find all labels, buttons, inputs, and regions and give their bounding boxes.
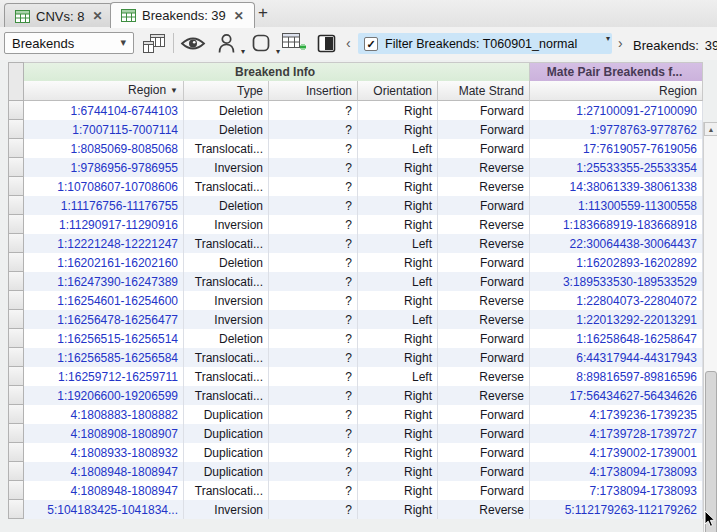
table-cell[interactable]: ? bbox=[269, 272, 358, 291]
region-cell[interactable]: 1:16254601-16254600 bbox=[24, 291, 184, 310]
vertical-scrollbar-thumb[interactable] bbox=[705, 371, 717, 532]
row-header[interactable] bbox=[8, 291, 24, 310]
table-cell[interactable]: Right bbox=[358, 500, 438, 519]
table-cell[interactable]: Reverse bbox=[438, 234, 530, 253]
table-cell[interactable]: Translocati... bbox=[184, 386, 269, 405]
table-row[interactable]: 4:1808948-1808947Translocati...?RightFor… bbox=[8, 481, 703, 500]
column-header-insertion[interactable]: Insertion bbox=[269, 81, 358, 101]
split-panel-button[interactable] bbox=[312, 30, 340, 56]
shape-style-button[interactable]: ▾ bbox=[246, 30, 276, 56]
region-cell[interactable]: 1:11290917-11290916 bbox=[24, 215, 184, 234]
table-row[interactable]: 4:1808908-1808907Duplication?RightForwar… bbox=[8, 424, 703, 443]
table-cell[interactable]: Reverse bbox=[438, 367, 530, 386]
table-cell[interactable]: Forward bbox=[438, 272, 530, 291]
table-cell[interactable]: Right bbox=[358, 481, 438, 500]
row-header[interactable] bbox=[8, 253, 24, 272]
table-cell[interactable]: ? bbox=[269, 158, 358, 177]
row-header[interactable] bbox=[8, 310, 24, 329]
table-row[interactable]: 1:8085069-8085068Translocati...?LeftForw… bbox=[8, 139, 703, 158]
region-cell[interactable]: 4:1808948-1808947 bbox=[24, 462, 184, 481]
table-cell[interactable]: ? bbox=[269, 462, 358, 481]
region-cell[interactable]: 6:44317944-44317943 bbox=[530, 348, 703, 367]
table-cell[interactable]: ? bbox=[269, 367, 358, 386]
row-header[interactable] bbox=[8, 367, 24, 386]
region-cell[interactable]: 1:27100091-27100090 bbox=[530, 101, 703, 120]
region-cell[interactable]: 4:1739236-1739235 bbox=[530, 405, 703, 424]
table-cell[interactable]: ? bbox=[269, 329, 358, 348]
table-cell[interactable]: ? bbox=[269, 196, 358, 215]
table-cell[interactable]: Duplication bbox=[184, 462, 269, 481]
table-cell[interactable]: Forward bbox=[438, 424, 530, 443]
column-header-orientation[interactable]: Orientation bbox=[358, 81, 438, 101]
region-cell[interactable]: 1:10708607-10708606 bbox=[24, 177, 184, 196]
row-header[interactable] bbox=[8, 177, 24, 196]
region-cell[interactable]: 1:25533355-25533354 bbox=[530, 158, 703, 177]
region-cell[interactable]: 1:16256515-16256514 bbox=[24, 329, 184, 348]
table-cell[interactable]: Reverse bbox=[438, 158, 530, 177]
table-row[interactable]: 1:11176756-11176755Deletion?RightForward… bbox=[8, 196, 703, 215]
table-row[interactable]: 1:16256585-16256584Translocati...?RightF… bbox=[8, 348, 703, 367]
row-header[interactable] bbox=[8, 101, 24, 120]
filter-checkbox[interactable]: ✓ bbox=[364, 37, 378, 51]
table-row[interactable]: 1:16259712-16259711Translocati...?LeftRe… bbox=[8, 367, 703, 386]
table-cell[interactable]: Forward bbox=[438, 196, 530, 215]
table-row[interactable]: 4:1808883-1808882Duplication?RightForwar… bbox=[8, 405, 703, 424]
region-cell[interactable]: 4:1808948-1808947 bbox=[24, 481, 184, 500]
table-cell[interactable]: Forward bbox=[438, 462, 530, 481]
row-header[interactable] bbox=[8, 348, 24, 367]
table-cell[interactable]: Right bbox=[358, 386, 438, 405]
table-cell[interactable]: ? bbox=[269, 310, 358, 329]
table-cell[interactable]: ? bbox=[269, 291, 358, 310]
table-cell[interactable]: Inversion bbox=[184, 291, 269, 310]
region-cell[interactable]: 1:16256478-16256477 bbox=[24, 310, 184, 329]
table-cell[interactable]: Right bbox=[358, 291, 438, 310]
table-cell[interactable]: Inversion bbox=[184, 215, 269, 234]
table-cell[interactable]: Forward bbox=[438, 101, 530, 120]
table-cell[interactable]: Right bbox=[358, 329, 438, 348]
table-cell[interactable]: Reverse bbox=[438, 500, 530, 519]
tab-cnvs[interactable]: CNVs: 8 ✕ bbox=[4, 3, 113, 28]
region-cell[interactable]: 17:56434627-56434626 bbox=[530, 386, 703, 405]
table-cell[interactable]: Right bbox=[358, 443, 438, 462]
table-row[interactable]: 1:16202161-16202160Deletion?RightForward… bbox=[8, 253, 703, 272]
region-cell[interactable]: 4:1739002-1739001 bbox=[530, 443, 703, 462]
table-cell[interactable]: Inversion bbox=[184, 310, 269, 329]
region-cell[interactable]: 7:1738094-1738093 bbox=[530, 481, 703, 500]
region-cell[interactable]: 1:9786956-9786955 bbox=[24, 158, 184, 177]
close-icon[interactable]: ✕ bbox=[234, 9, 244, 23]
region-cell[interactable]: 14:38061339-38061338 bbox=[530, 177, 703, 196]
table-cell[interactable]: Duplication bbox=[184, 443, 269, 462]
table-cell[interactable]: Right bbox=[358, 158, 438, 177]
table-cell[interactable]: ? bbox=[269, 424, 358, 443]
region-cell[interactable]: 4:1808933-1808932 bbox=[24, 443, 184, 462]
filter-prev-icon[interactable]: ‹ bbox=[346, 35, 351, 51]
table-cell[interactable]: Reverse bbox=[438, 310, 530, 329]
row-header[interactable] bbox=[8, 386, 24, 405]
table-row[interactable]: 1:7007115-7007114Deletion?RightForward1:… bbox=[8, 120, 703, 139]
region-cell[interactable]: 1:16256585-16256584 bbox=[24, 348, 184, 367]
table-cell[interactable]: Deletion bbox=[184, 120, 269, 139]
table-cell[interactable]: Translocati... bbox=[184, 139, 269, 158]
table-cell[interactable]: Left bbox=[358, 310, 438, 329]
table-cell[interactable]: Translocati... bbox=[184, 348, 269, 367]
table-cell[interactable]: Reverse bbox=[438, 215, 530, 234]
region-cell[interactable]: 1:11176756-11176755 bbox=[24, 196, 184, 215]
table-cell[interactable]: Right bbox=[358, 348, 438, 367]
table-cell[interactable]: Forward bbox=[438, 348, 530, 367]
table-cell[interactable]: Duplication bbox=[184, 405, 269, 424]
region-cell[interactable]: 1:8085069-8085068 bbox=[24, 139, 184, 158]
row-header[interactable] bbox=[8, 120, 24, 139]
visibility-button[interactable] bbox=[178, 30, 208, 56]
table-cell[interactable]: Left bbox=[358, 139, 438, 158]
table-cell[interactable]: Right bbox=[358, 101, 438, 120]
table-cell[interactable]: ? bbox=[269, 253, 358, 272]
table-cell[interactable]: Left bbox=[358, 234, 438, 253]
region-cell[interactable]: 1:16258648-16258647 bbox=[530, 329, 703, 348]
table-row[interactable]: 1:10708607-10708606Translocati...?RightR… bbox=[8, 177, 703, 196]
row-header[interactable] bbox=[8, 139, 24, 158]
region-cell[interactable]: 4:1739728-1739727 bbox=[530, 424, 703, 443]
table-cell[interactable]: Right bbox=[358, 424, 438, 443]
table-cell[interactable]: Right bbox=[358, 405, 438, 424]
table-row[interactable]: 4:1808933-1808932Duplication?RightForwar… bbox=[8, 443, 703, 462]
table-row[interactable]: 1:6744104-6744103Deletion?RightForward1:… bbox=[8, 101, 703, 120]
